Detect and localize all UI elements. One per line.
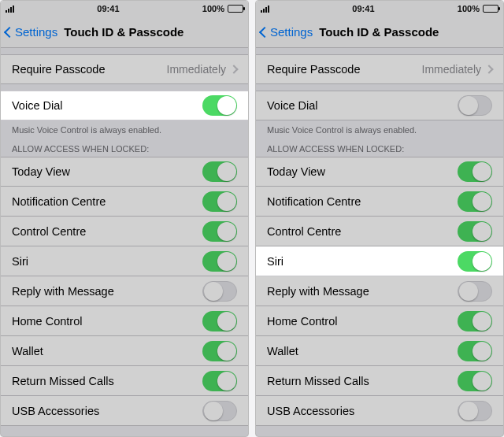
usb-toggle[interactable]	[202, 401, 237, 421]
voice-dial-toggle[interactable]	[458, 95, 492, 116]
notif-toggle[interactable]	[202, 191, 237, 212]
home-control-row[interactable]: Home Control	[1, 306, 248, 336]
missed-label: Return Missed Calls	[12, 375, 202, 387]
signal-icon	[6, 6, 14, 13]
missed-label: Return Missed Calls	[267, 375, 458, 387]
siri-row[interactable]: Siri	[1, 246, 248, 276]
status-time: 09:41	[97, 4, 119, 13]
missed-calls-row[interactable]: Return Missed Calls	[256, 366, 503, 396]
battery-icon	[228, 5, 243, 13]
usb-toggle[interactable]	[458, 401, 492, 421]
signal-icon	[261, 6, 269, 13]
status-bar: 09:41 100%	[256, 1, 503, 17]
today-label: Today View	[12, 165, 202, 178]
voice-dial-footer: Music Voice Control is always enabled.	[1, 120, 248, 136]
back-button[interactable]: Settings	[261, 25, 313, 39]
reply-label: Reply with Message	[12, 285, 202, 298]
settings-list: Require Passcode Immediately Voice Dial …	[256, 48, 503, 436]
battery-pct: 100%	[458, 4, 480, 13]
nav-bar: Settings Touch ID & Passcode	[1, 17, 248, 48]
phone-left: 09:41 100% Settings Touch ID & Passcode …	[0, 0, 249, 437]
chevron-left-icon	[4, 26, 15, 37]
usb-label: USB Accessories	[267, 405, 458, 417]
home-label: Home Control	[267, 315, 458, 328]
wallet-label: Wallet	[12, 345, 202, 357]
allow-header: Allow Access When Locked:	[1, 136, 248, 157]
battery-pct: 100%	[202, 4, 224, 13]
control-label: Control Centre	[12, 225, 202, 238]
siri-toggle[interactable]	[202, 251, 237, 272]
usb-row[interactable]: USB Accessories	[1, 396, 248, 426]
settings-list: Require Passcode Immediately Voice Dial …	[1, 48, 248, 436]
home-control-row[interactable]: Home Control	[256, 306, 503, 336]
siri-label: Siri	[267, 255, 458, 268]
notif-label: Notification Centre	[267, 195, 458, 208]
reply-label: Reply with Message	[267, 285, 458, 298]
control-label: Control Centre	[267, 225, 458, 238]
notif-toggle[interactable]	[458, 191, 492, 212]
require-passcode-row[interactable]: Require Passcode Immediately	[1, 54, 248, 84]
today-view-row[interactable]: Today View	[256, 157, 503, 187]
wallet-toggle[interactable]	[458, 341, 492, 361]
home-toggle[interactable]	[458, 311, 492, 331]
reply-row[interactable]: Reply with Message	[256, 276, 503, 306]
page-title: Touch ID & Passcode	[314, 25, 498, 39]
notification-centre-row[interactable]: Notification Centre	[1, 187, 248, 217]
chevron-left-icon	[259, 26, 270, 37]
voice-dial-row[interactable]: Voice Dial	[256, 91, 503, 120]
notification-centre-row[interactable]: Notification Centre	[256, 187, 503, 217]
notif-label: Notification Centre	[12, 195, 202, 208]
require-label: Require Passcode	[267, 63, 422, 76]
missed-toggle[interactable]	[458, 371, 492, 391]
status-bar: 09:41 100%	[1, 1, 248, 17]
missed-calls-row[interactable]: Return Missed Calls	[1, 366, 248, 396]
phone-right: 09:41 100% Settings Touch ID & Passcode …	[255, 0, 504, 437]
nav-bar: Settings Touch ID & Passcode	[256, 17, 503, 48]
voice-dial-footer: Music Voice Control is always enabled.	[256, 120, 503, 136]
siri-toggle[interactable]	[458, 251, 492, 272]
require-value: Immediately	[422, 63, 481, 76]
voice-dial-label: Voice Dial	[12, 99, 202, 112]
chevron-right-icon	[229, 65, 238, 73]
chevron-right-icon	[484, 65, 493, 73]
usb-label: USB Accessories	[12, 405, 202, 417]
today-view-row[interactable]: Today View	[1, 157, 248, 187]
wallet-toggle[interactable]	[202, 341, 237, 361]
today-toggle[interactable]	[458, 161, 492, 182]
today-toggle[interactable]	[202, 161, 237, 182]
require-passcode-row[interactable]: Require Passcode Immediately	[256, 54, 503, 84]
wallet-row[interactable]: Wallet	[256, 336, 503, 366]
battery-icon	[483, 5, 498, 13]
siri-label: Siri	[12, 255, 202, 268]
back-button[interactable]: Settings	[6, 25, 57, 39]
reply-toggle[interactable]	[202, 281, 237, 302]
home-label: Home Control	[12, 315, 202, 328]
control-toggle[interactable]	[458, 221, 492, 242]
status-time: 09:41	[352, 4, 374, 13]
require-value: Immediately	[167, 63, 226, 76]
control-centre-row[interactable]: Control Centre	[256, 217, 503, 246]
allow-header: Allow Access When Locked:	[256, 136, 503, 157]
control-centre-row[interactable]: Control Centre	[1, 217, 248, 246]
voice-dial-toggle[interactable]	[202, 95, 237, 116]
wallet-row[interactable]: Wallet	[1, 336, 248, 366]
require-label: Require Passcode	[12, 63, 167, 76]
usb-row[interactable]: USB Accessories	[256, 396, 503, 426]
reply-toggle[interactable]	[458, 281, 492, 302]
page-title: Touch ID & Passcode	[59, 25, 243, 39]
control-toggle[interactable]	[202, 221, 237, 242]
back-label: Settings	[270, 25, 313, 39]
wallet-label: Wallet	[267, 345, 458, 357]
back-label: Settings	[15, 25, 57, 39]
today-label: Today View	[267, 165, 458, 178]
voice-dial-label: Voice Dial	[267, 99, 458, 112]
home-toggle[interactable]	[202, 311, 237, 331]
missed-toggle[interactable]	[202, 371, 237, 391]
voice-dial-row[interactable]: Voice Dial	[1, 91, 248, 120]
reply-row[interactable]: Reply with Message	[1, 276, 248, 306]
siri-row[interactable]: Siri	[256, 246, 503, 276]
